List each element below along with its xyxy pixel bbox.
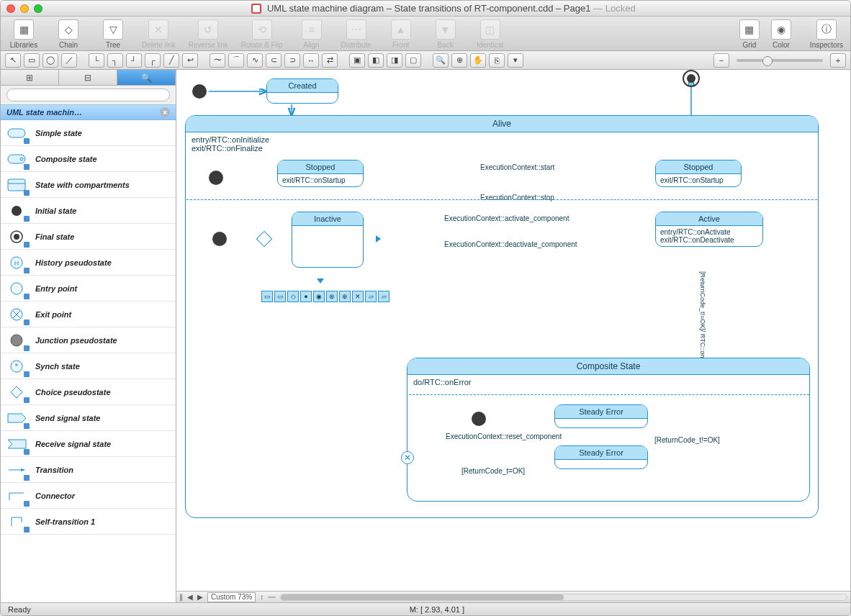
toolbar-chain[interactable]: ◇Chain bbox=[53, 19, 84, 49]
zoom-window-button[interactable] bbox=[34, 4, 42, 13]
svg-point-5 bbox=[12, 206, 22, 216]
shape-self-transition-1[interactable]: Self-transition 1 bbox=[1, 509, 176, 535]
library-header[interactable]: UML state machin… × bbox=[1, 104, 176, 120]
close-window-button[interactable] bbox=[6, 4, 15, 13]
minimize-window-button[interactable] bbox=[20, 4, 29, 13]
library-close-button[interactable]: × bbox=[160, 107, 170, 117]
sidebar-tab-search[interactable]: 🔍 bbox=[117, 70, 176, 85]
state-composite[interactable]: Composite State do/RTC::onError bbox=[407, 358, 810, 502]
shape-exit-point[interactable]: Exit point bbox=[1, 302, 176, 327]
shape-receive-signal-state[interactable]: Receive signal state bbox=[1, 431, 176, 457]
final-state-top[interactable] bbox=[683, 70, 700, 87]
line-tool[interactable]: ／ bbox=[61, 53, 77, 68]
main-toolbar: ▦Libraries◇Chain▽Tree✕Delete link↺Revers… bbox=[1, 17, 850, 51]
dropdown-tool[interactable]: ▾ bbox=[508, 53, 523, 68]
page-nav-prev[interactable]: ◀ bbox=[187, 593, 193, 601]
group-tool-2[interactable]: ◧ bbox=[368, 53, 384, 68]
state-active-exit: exit/RTC::onDeactivate bbox=[660, 236, 758, 244]
connector-tool-4[interactable]: ┌ bbox=[145, 53, 161, 68]
selection-handle-bottom[interactable] bbox=[317, 278, 324, 284]
path-tool-2[interactable]: ⌒ bbox=[228, 53, 244, 68]
page-nav-first[interactable]: ∥ bbox=[179, 593, 183, 601]
toolbar-color[interactable]: ◉Color bbox=[765, 19, 797, 49]
group-tool-3[interactable]: ◨ bbox=[387, 53, 402, 68]
shape-history-pseudostate[interactable]: HHistory pseudostate bbox=[1, 250, 176, 276]
shape-junction-pseudostate[interactable]: Junction pseudostate bbox=[1, 327, 176, 353]
state-active[interactable]: Active entry/RTC::onActivate exit/RTC::o… bbox=[655, 212, 763, 247]
zoom-display[interactable]: Custom 73% bbox=[207, 592, 256, 602]
shape-connector[interactable]: Connector bbox=[1, 483, 176, 509]
transition-reset-label: ExecutionContext::reset_component bbox=[444, 432, 563, 440]
group-tool-4[interactable]: ▢ bbox=[405, 53, 421, 68]
connector-tool-2[interactable]: ┐ bbox=[107, 53, 123, 68]
magnify-tool[interactable]: ⊕ bbox=[451, 53, 467, 68]
svg-text:H: H bbox=[14, 260, 19, 267]
connector-tool-3[interactable]: ┘ bbox=[126, 53, 142, 68]
toolbar-libraries[interactable]: ▦Libraries bbox=[8, 19, 40, 49]
toolbar-inspectors[interactable]: ⓘInspectors bbox=[810, 19, 843, 49]
toolbar-grid[interactable]: ▦Grid bbox=[734, 19, 765, 49]
initial-state-alive-1[interactable] bbox=[209, 171, 223, 185]
copy-tool[interactable]: ⎘ bbox=[489, 53, 505, 68]
state-steady-error-1[interactable]: Steady Error bbox=[554, 404, 648, 428]
state-created-label: Created bbox=[267, 79, 338, 93]
state-inactive[interactable]: Inactive bbox=[292, 212, 364, 268]
toolbar-distribute: ⋯Distribute bbox=[341, 19, 372, 49]
exit-point[interactable]: ✕ bbox=[401, 451, 414, 464]
hand-tool[interactable]: ✋ bbox=[470, 53, 486, 68]
shape-simple-state[interactable]: Simple state bbox=[1, 120, 176, 146]
sidebar-tab-libraries[interactable]: ⊞ bbox=[1, 70, 59, 85]
initial-state-alive-2[interactable] bbox=[212, 232, 227, 246]
ellipse-tool[interactable]: ◯ bbox=[42, 53, 58, 68]
shape-initial-state[interactable]: Initial state bbox=[1, 198, 176, 224]
shape-final-state[interactable]: Final state bbox=[1, 224, 176, 250]
shape-transition[interactable]: Transition bbox=[1, 457, 176, 483]
path-tool-4[interactable]: ⊂ bbox=[266, 53, 282, 68]
secondary-toolbar: ↖ ▭ ◯ ／ └ ┐ ┘ ┌ ╱ ↩ 〜 ⌒ ∿ ⊂ ⊃ ↔ ⇄ ▣ ◧ ◨ … bbox=[1, 51, 850, 70]
zoom-in-button[interactable]: + bbox=[830, 53, 846, 68]
selection-handle-right[interactable] bbox=[376, 235, 381, 243]
shape-entry-point[interactable]: Entry point bbox=[1, 276, 176, 302]
page-nav-next[interactable]: ▶ bbox=[197, 593, 203, 601]
connector-tool-5[interactable]: ╱ bbox=[163, 53, 179, 68]
sidebar-tab-grid[interactable]: ⊟ bbox=[59, 70, 117, 85]
state-stopped-1[interactable]: Stopped exit/RTC::onStartup bbox=[277, 160, 364, 187]
toolbar-tree[interactable]: ▽Tree bbox=[97, 19, 129, 49]
path-tool-6[interactable]: ↔ bbox=[303, 53, 319, 68]
path-tool-7[interactable]: ⇄ bbox=[322, 53, 338, 68]
rect-tool[interactable]: ▭ bbox=[24, 53, 40, 68]
sidebar-search-input[interactable] bbox=[6, 89, 170, 101]
state-active-entry: entry/RTC::onActivate bbox=[660, 228, 758, 236]
shape-synch-state[interactable]: *Synch state bbox=[1, 353, 176, 379]
toolbar-identical: ◫Identical bbox=[474, 19, 506, 49]
zoom-slider[interactable] bbox=[737, 59, 823, 62]
state-stopped-2-label: Stopped bbox=[656, 160, 741, 174]
path-tool-1[interactable]: 〜 bbox=[210, 53, 225, 68]
toolbar-front: ▲Front bbox=[385, 19, 417, 49]
state-steady-error-2[interactable]: Steady Error bbox=[554, 445, 648, 469]
state-created[interactable]: Created bbox=[266, 78, 338, 104]
state-stopped-2[interactable]: Stopped exit/RTC::onStartup bbox=[655, 160, 742, 187]
connector-tool-6[interactable]: ↩ bbox=[182, 53, 198, 68]
canvas[interactable]: Created Alive entry/RTC::onInitialize ex… bbox=[176, 70, 850, 591]
path-tool-3[interactable]: ∿ bbox=[247, 53, 263, 68]
shape-send-signal-state[interactable]: Send signal state bbox=[1, 405, 176, 431]
initial-state-composite[interactable] bbox=[472, 412, 486, 426]
zoom-tool[interactable]: 🔍 bbox=[433, 53, 449, 68]
state-steady-error-1-label: Steady Error bbox=[555, 405, 647, 419]
alive-exit: exit/RTC::onFinalize bbox=[192, 144, 812, 153]
state-stopped-1-label: Stopped bbox=[278, 160, 363, 174]
pointer-tool[interactable]: ↖ bbox=[5, 53, 21, 68]
shape-palette-popup[interactable]: ▭▭◇●◉⊗⊕✕▱▱ bbox=[261, 291, 390, 302]
initial-state-top[interactable] bbox=[192, 84, 207, 99]
view-mode-1[interactable]: ▫▫▫ bbox=[268, 593, 276, 601]
group-tool-1[interactable]: ▣ bbox=[349, 53, 365, 68]
shape-state-with-compartments[interactable]: State with compartments bbox=[1, 172, 176, 198]
shape-choice-pseudostate[interactable]: Choice pseudostate bbox=[1, 379, 176, 405]
path-tool-5[interactable]: ⊃ bbox=[284, 53, 300, 68]
horizontal-scrollbar[interactable] bbox=[280, 594, 847, 601]
connector-tool-1[interactable]: └ bbox=[89, 53, 104, 68]
shape-composite-state[interactable]: Composite state bbox=[1, 146, 176, 172]
zoom-out-button[interactable]: − bbox=[713, 53, 729, 68]
window-locked-label: — Locked bbox=[593, 3, 636, 14]
